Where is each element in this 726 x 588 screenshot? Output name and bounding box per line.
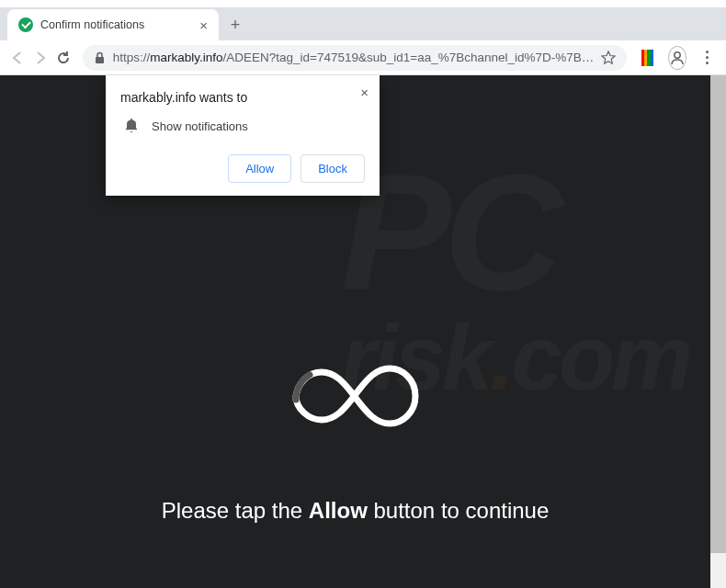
dialog-close-button[interactable]: × <box>360 85 369 100</box>
profile-avatar[interactable] <box>668 46 686 70</box>
new-tab-button[interactable]: + <box>222 12 248 38</box>
reload-button[interactable] <box>53 44 73 72</box>
window-titlebar <box>0 0 726 7</box>
browser-toolbar: https://markably.info/ADEEN?tag_id=74751… <box>0 40 726 75</box>
bell-icon <box>124 118 139 134</box>
allow-button[interactable]: Allow <box>228 154 291 183</box>
instruction-text: Please tap the Allow button to continue <box>0 498 710 524</box>
tab-strip: Confirm notifications × + <box>0 7 726 40</box>
page-viewport: PC risk.com Please tap the Allow button … <box>0 75 726 588</box>
dialog-origin-text: markably.info wants to <box>120 90 365 105</box>
scrollbar-thumb[interactable] <box>710 75 726 553</box>
tab-close-button[interactable]: × <box>199 17 208 33</box>
svg-point-5 <box>675 51 680 57</box>
browser-tab[interactable]: Confirm notifications × <box>7 9 219 40</box>
forward-button[interactable] <box>30 44 50 72</box>
dialog-capability-row: Show notifications <box>124 118 365 134</box>
dialog-actions: Allow Block <box>120 154 365 183</box>
back-button[interactable] <box>7 44 27 72</box>
vertical-scrollbar[interactable] <box>710 75 726 588</box>
block-button[interactable]: Block <box>301 154 365 183</box>
notification-permission-dialog: × markably.info wants to Show notificati… <box>106 75 380 196</box>
browser-menu-button[interactable] <box>699 51 715 64</box>
dialog-capability-label: Show notifications <box>152 119 248 133</box>
address-bar[interactable]: https://markably.info/ADEEN?tag_id=74751… <box>83 45 628 71</box>
bookmark-star-icon[interactable] <box>601 51 616 65</box>
svg-rect-4 <box>96 57 104 63</box>
infinity-spinner <box>0 360 710 439</box>
favicon-check-icon <box>18 17 33 32</box>
tab-title: Confirm notifications <box>40 18 192 31</box>
lock-icon <box>94 51 106 64</box>
extension-icon[interactable] <box>641 50 653 66</box>
url-text: https://markably.info/ADEEN?tag_id=74751… <box>113 51 595 64</box>
